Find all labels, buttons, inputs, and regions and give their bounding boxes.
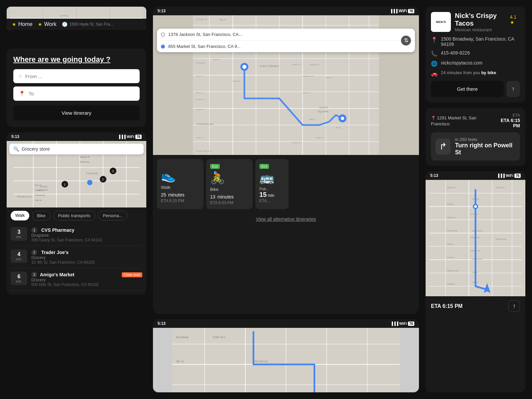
location-info: 2 Trader Joe's Grocery 10 4th St, San Fr… — [31, 249, 142, 265]
route-signal-icons: ▐▐▐ WiFi 76 — [390, 9, 414, 13]
from-input[interactable] — [25, 73, 134, 79]
svg-text:Sutter St: Sutter St — [303, 92, 311, 94]
phone-icon: 📞 — [431, 51, 438, 57]
share-button[interactable]: ↑ — [506, 81, 520, 97]
svg-text:SQUARE: SQUARE — [318, 110, 329, 113]
grocery-card: 5:13 ▐▐▐ WiFi 76 — [7, 132, 146, 295]
list-item[interactable]: 3 min. 1 CVS Pharmacy Drugstore 399 Gear… — [11, 224, 142, 246]
svg-text:LITTLE: LITTLE — [60, 14, 68, 17]
svg-text:Mission St: Mission St — [447, 187, 457, 189]
to-address-row: 855 Market St, San Francisco, CA 9... ⇅ — [157, 40, 415, 52]
list-item[interactable]: 4 min. 2 Trader Joe's Grocery 10 4th St,… — [11, 246, 142, 268]
route-map: NOB HILL CHINATOWN Grace Cathedral UNION… — [153, 15, 419, 155]
svg-text:Geary St: Geary St — [35, 189, 43, 191]
bike-tab[interactable]: Bike — [32, 211, 50, 220]
route-phone-status: 5:13 ▐▐▐ WiFi 76 — [153, 7, 419, 15]
svg-text:Golden Gate: Golden Gate — [447, 270, 459, 272]
bike-time-icon: 🚗 — [431, 70, 438, 77]
personal-tab[interactable]: Persona... — [98, 211, 128, 220]
time-badge: 6 min. — [11, 272, 27, 285]
svg-text:California St: California St — [303, 75, 314, 77]
location-info: 1 CVS Pharmacy Drugstore 399 Geary St, S… — [31, 227, 142, 242]
website-info: 🌐 nickcrispytacos.com — [431, 60, 520, 67]
walk-option[interactable]: 👟 Walk 25 minutes ETA 6:15 PM — [157, 159, 203, 209]
restaurant-card: NICK'S Nick's Crispy Tacos 4.1 ★ Mexican… — [426, 7, 525, 102]
walk-tab[interactable]: Walk — [11, 211, 29, 220]
svg-text:Turk St: Turk St — [35, 199, 41, 201]
mini-signal: ▐▐▐WiFi 76 — [390, 322, 414, 326]
phone-info: 📞 415-409-8226 — [431, 50, 520, 57]
globe-icon: 🌐 — [431, 61, 438, 67]
svg-text:Larkin St: Larkin St — [196, 98, 204, 100]
grocery-map: NOB HILL CHINATOWN FINANCIAL UNION SQUAR… — [7, 141, 146, 207]
nav-map-status: 5:13 ▐▐▐WiFi 76 — [426, 171, 525, 180]
svg-text:Golden Gate Ave: Golden Gate Ave — [196, 150, 211, 152]
svg-text:San Franc...: San Franc... — [495, 187, 506, 189]
svg-text:Pacific Ave: Pacific Ave — [80, 161, 90, 163]
home-tab[interactable]: ★ Home — [12, 21, 33, 27]
nav-map-footer: ETA 6:15 PM ↑ — [426, 296, 525, 316]
svg-text:FINANCIAL: FINANCIAL — [253, 360, 268, 363]
turn-instruction: ↱ in 250 feets Turn right on Powell St — [431, 132, 520, 161]
svg-text:TENDERLOIN: TENDERLOIN — [17, 196, 32, 198]
svg-text:9th St: 9th St — [336, 127, 341, 129]
bike-option[interactable]: Eco 🚴 Bike 13 minutes ETA 6:03 PM — [206, 159, 253, 209]
to-input[interactable] — [29, 91, 134, 96]
recent-tab[interactable]: 🕐 1500 Hyde St, San Fra... — [62, 22, 113, 27]
svg-text:Hyde St: Hyde St — [233, 80, 240, 82]
phone-status-bar: 5:13 ▐▐▐ WiFi 76 — [7, 132, 146, 141]
grocery-search-bar[interactable]: 🔍 Grocery store — [9, 144, 144, 154]
restaurant-logo: NICK'S — [431, 12, 451, 32]
svg-text:1: 1 — [64, 183, 66, 186]
svg-text:Taylor St: Taylor St — [316, 137, 324, 139]
location-pin-icon-nav: 📍 — [431, 116, 437, 120]
route-phone-card: 5:13 ▐▐▐ WiFi 76 — [153, 7, 419, 314]
walk-icon: 👟 — [161, 169, 200, 183]
bus-option[interactable]: Eco 🚌 Pub... 15 min ETA... — [255, 159, 289, 209]
transport-options: 👟 Walk 25 minutes ETA 6:15 PM Eco 🚴 Bike… — [153, 155, 419, 213]
public-transport-tab[interactable]: Public transports — [53, 211, 95, 220]
eco-badge-2: Eco — [259, 164, 269, 169]
from-address-row: 1378 Jackson St, San Francisco, CA... — [157, 29, 415, 40]
transport-tabs: Walk Bike Public transports Persona... — [7, 207, 146, 224]
to-dot — [161, 45, 165, 49]
address-info: 📍 1500 Broadway, San Francisco, CA 94109 — [431, 36, 520, 47]
svg-text:TENDERLOIN: TENDERLOIN — [196, 123, 213, 126]
svg-text:Grace Cathedral: Grace Cathedral — [259, 65, 279, 67]
to-field-container[interactable]: 📍 — [13, 86, 140, 101]
bike-time-info: 🚗 24 minutes from you by bike — [431, 70, 520, 77]
restaurant-title-block: Nick's Crispy Tacos 4.1 ★ Mexican restau… — [455, 12, 520, 32]
work-tab[interactable]: ★ Work — [38, 21, 57, 27]
alt-itineraries-link[interactable]: View all alternative itineraries — [153, 213, 419, 225]
right-column: NICK'S Nick's Crispy Tacos 4.1 ★ Mexican… — [426, 7, 525, 392]
svg-text:3: 3 — [112, 170, 114, 173]
nav-location-row: 📍 1291 Market St, San Francisco ETA ETA … — [431, 113, 520, 128]
time-badge: 3 min. — [11, 227, 27, 241]
nav-instruction-card: 📍 1291 Market St, San Francisco ETA ETA … — [426, 108, 525, 166]
svg-text:Sutter St: Sutter St — [196, 108, 204, 110]
left-column: LITTLE Church Ave ★ Home ★ Work 🕐 1500 H… — [7, 7, 146, 392]
swap-button[interactable]: ⇅ — [401, 36, 411, 46]
svg-text:Mason St: Mason St — [293, 64, 301, 66]
location-pin-icon: 📍 — [431, 37, 438, 43]
svg-text:O'Farrell St: O'Farrell St — [447, 230, 457, 232]
top-map-thumbnail: LITTLE Church Ave ★ Home ★ Work 🕐 1500 H… — [7, 7, 146, 30]
svg-text:Post St: Post St — [35, 184, 42, 186]
from-field-container[interactable]: ○ — [13, 69, 140, 83]
get-there-button[interactable]: Get there — [431, 81, 504, 97]
svg-text:The Fairmont: The Fairmont — [472, 258, 482, 260]
time-badge: 4 min. — [11, 249, 27, 263]
nav-signal: ▐▐▐WiFi 76 — [497, 174, 521, 178]
nav-eta: ETA ETA 6:15 PM — [493, 113, 520, 128]
svg-text:Bush St: Bush St — [196, 92, 203, 94]
view-itinerary-button[interactable]: View itinerary — [13, 105, 140, 120]
svg-text:NOB HILL: NOB HILL — [213, 335, 226, 339]
svg-text:Ellis St: Ellis St — [326, 77, 332, 79]
list-item[interactable]: 6 min. 3 Amigo's Market Close soon Groce… — [11, 268, 142, 291]
svg-text:Hyde St: Hyde St — [213, 59, 220, 61]
search-card: Where are we going today ? ○ 📍 View itin… — [7, 49, 146, 127]
nav-share-button[interactable]: ↑ — [508, 300, 520, 312]
svg-text:O'Farrell St: O'Farrell St — [35, 194, 45, 196]
location-list: 3 min. 1 CVS Pharmacy Drugstore 399 Gear… — [7, 224, 146, 295]
svg-text:Eddy St: Eddy St — [447, 203, 454, 205]
